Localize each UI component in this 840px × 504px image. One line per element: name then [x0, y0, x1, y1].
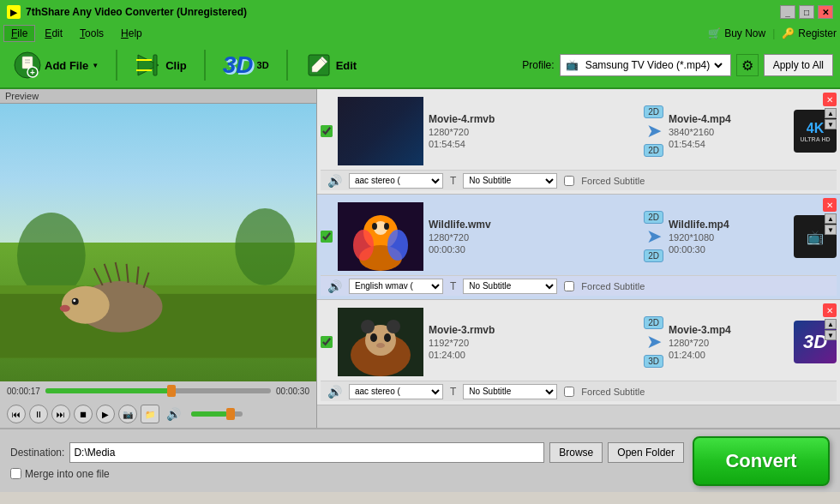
- menu-tools[interactable]: Tools: [72, 25, 111, 42]
- forced-subtitle-check-2[interactable]: [564, 281, 574, 291]
- file-item-wrapper-2: Wildlife.wmv 1280*720 00:00:30 2D ➤ 2D W…: [317, 195, 840, 300]
- merge-row: Merge into one file: [10, 468, 684, 480]
- apply-to-all-button[interactable]: Apply to All: [764, 54, 833, 76]
- separator: |: [772, 27, 775, 39]
- audio-select-1[interactable]: aac stereo (: [349, 173, 443, 189]
- open-folder-button[interactable]: Open Folder: [608, 442, 684, 463]
- add-file-dropdown-icon[interactable]: ▼: [92, 62, 99, 69]
- file-close-button-1[interactable]: ✕: [823, 93, 837, 106]
- output-dims-2: 1920*1080: [669, 232, 714, 243]
- file-checkbox-1[interactable]: [321, 125, 333, 137]
- progress-thumb[interactable]: [167, 385, 176, 397]
- subtitle-row-2: 🔊 English wmav ( T No Subtitle Forced Su…: [321, 275, 837, 296]
- ultra-hd-label: ULTRA HD: [801, 136, 831, 142]
- file-down-button-1[interactable]: ▼: [825, 119, 837, 129]
- audio-icon-1: 🔊: [327, 174, 342, 188]
- output-name-3: Movie-3.mp4: [669, 324, 731, 336]
- forced-subtitle-check-1[interactable]: [564, 176, 574, 186]
- convert-button[interactable]: Convert: [693, 436, 830, 486]
- file-output-2: Wildlife.mp4 1920*1080 00:00:30: [669, 219, 789, 255]
- profile-area: Profile: 📺 Samsung TV Video (*.mp4) ⚙ Ap…: [522, 54, 833, 76]
- key-icon: 🔑: [782, 27, 795, 39]
- profile-dropdown[interactable]: Samsung TV Video (*.mp4): [582, 58, 725, 72]
- pause-button[interactable]: ⏸: [29, 405, 48, 423]
- file-duration-2: 00:00:30: [429, 244, 639, 255]
- subtitle-row-1: 🔊 aac stereo ( T No Subtitle Forced Subt…: [321, 170, 837, 190]
- main-content: Preview: [0, 89, 840, 428]
- edit-button[interactable]: Edit: [298, 48, 364, 82]
- merge-checkbox[interactable]: [10, 468, 21, 479]
- close-button[interactable]: ✕: [818, 5, 833, 19]
- subtitle-select-3[interactable]: No Subtitle: [463, 384, 557, 399]
- audio-select-2[interactable]: English wmav (: [349, 279, 443, 294]
- file-up-button-3[interactable]: ▲: [825, 319, 837, 329]
- window-controls[interactable]: _ □ ✕: [780, 5, 833, 19]
- svg-rect-7: [153, 55, 157, 75]
- forced-subtitle-check-3[interactable]: [564, 387, 574, 397]
- file-thumbnail-1: [338, 97, 423, 165]
- file-down-button-2[interactable]: ▼: [825, 225, 837, 235]
- play-button[interactable]: ▶: [96, 405, 115, 423]
- file-thumbnail-3: [338, 308, 423, 376]
- subtitle-select-2[interactable]: No Subtitle: [463, 279, 557, 294]
- arrow-icon-3: ➤: [646, 331, 662, 353]
- svg-line-20: [116, 262, 120, 281]
- svg-point-27: [60, 305, 70, 312]
- menu-file[interactable]: File: [3, 25, 35, 42]
- file-up-button-2[interactable]: ▲: [825, 213, 837, 224]
- screenshot-button[interactable]: 📷: [118, 405, 137, 423]
- svg-line-19: [105, 264, 111, 283]
- minimize-button[interactable]: _: [780, 5, 795, 19]
- 3d-button[interactable]: 3D 3D: [216, 48, 276, 82]
- audio-select-3[interactable]: aac stereo (: [349, 384, 443, 399]
- file-down-button-3[interactable]: ▼: [825, 330, 837, 340]
- convert-arrow-1: 2D ➤ 2D: [644, 105, 663, 157]
- subtitle-select-1[interactable]: No Subtitle: [463, 173, 557, 189]
- destination-input[interactable]: [69, 442, 544, 463]
- t-icon-3: T: [450, 386, 456, 398]
- svg-line-21: [127, 264, 129, 283]
- file-close-button-2[interactable]: ✕: [823, 198, 837, 212]
- register-button[interactable]: 🔑 Register: [782, 27, 837, 39]
- stop-button[interactable]: ⏹: [74, 405, 93, 423]
- convert-arrow-3: 2D ➤ 3D: [644, 316, 663, 368]
- progress-track[interactable]: [45, 388, 271, 393]
- clip-icon: [135, 51, 162, 79]
- volume-slider[interactable]: [191, 411, 243, 417]
- maximize-button[interactable]: □: [799, 5, 814, 19]
- file-item-top-3: Movie-3.rmvb 1192*720 01:24:00 2D ➤ 3D M…: [321, 303, 837, 381]
- file-close-button-3[interactable]: ✕: [823, 303, 837, 317]
- 3d-icon: 3D: [223, 51, 254, 79]
- profile-select[interactable]: 📺 Samsung TV Video (*.mp4): [560, 54, 731, 76]
- toolbar-sep-3: [286, 50, 288, 81]
- file-checkbox-3[interactable]: [321, 336, 333, 348]
- skip-back-button[interactable]: ⏮: [7, 405, 26, 423]
- menu-edit[interactable]: Edit: [37, 25, 70, 42]
- file-checkbox-2[interactable]: [321, 231, 333, 243]
- merge-label: Merge into one file: [25, 468, 110, 480]
- menu-help[interactable]: Help: [113, 25, 150, 42]
- file-up-button-1[interactable]: ▲: [825, 108, 837, 118]
- destination-area: Destination: Browse Open Folder Merge in…: [10, 442, 684, 480]
- 3d-label: 3D: [257, 60, 269, 70]
- tv-badge-text: 📺: [807, 229, 824, 245]
- file-dims-2: 1280*720: [429, 232, 639, 243]
- file-info-3: Movie-3.rmvb 1192*720 01:24:00: [429, 324, 639, 360]
- output-dims-1: 3840*2160: [669, 127, 714, 137]
- volume-thumb[interactable]: [226, 408, 235, 420]
- profile-label: Profile:: [522, 59, 554, 71]
- destination-row: Destination: Browse Open Folder: [10, 442, 684, 463]
- convert-arrow-2: 2D ➤ 2D: [644, 211, 663, 262]
- file-list-panel: Movie-4.rmvb 1280*720 01:54:54 2D ➤ 2D M…: [317, 89, 840, 428]
- fast-forward-button[interactable]: ⏭: [51, 405, 70, 423]
- buy-now-button[interactable]: 🛒 Buy Now: [708, 27, 765, 39]
- browse-button[interactable]: Browse: [549, 442, 603, 463]
- svg-point-40: [384, 333, 391, 342]
- preview-label: Preview: [0, 89, 316, 104]
- add-file-button[interactable]: + Add File ▼: [7, 48, 105, 82]
- toolbar-sep-2: [204, 50, 206, 81]
- file-item-top-1: Movie-4.rmvb 1280*720 01:54:54 2D ➤ 2D M…: [321, 93, 837, 170]
- folder-button[interactable]: 📁: [141, 405, 159, 423]
- clip-button[interactable]: Clip: [128, 48, 194, 82]
- profile-settings-button[interactable]: ⚙: [736, 54, 759, 76]
